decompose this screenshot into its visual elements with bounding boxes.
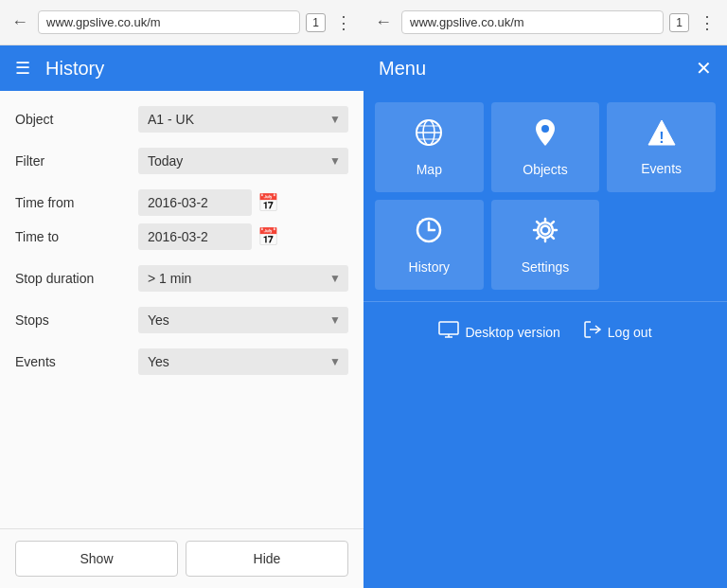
show-button[interactable]: Show [15,541,178,577]
filter-control: Today ▼ [138,148,348,174]
menu-grid: Map Objects ! Events [364,91,727,301]
time-from-control: 📅 [138,189,278,216]
left-panel: ← www.gpslive.co.uk/m 1 ⋮ ☰ History Obje… [0,0,364,588]
tile-settings[interactable]: Settings [491,200,600,290]
tile-map[interactable]: Map [375,102,484,192]
left-app-header: ☰ History [0,45,364,91]
time-from-calendar-icon[interactable]: 📅 [257,192,278,213]
hamburger-icon[interactable]: ☰ [15,58,30,79]
tile-objects[interactable]: Objects [491,102,600,192]
right-url-bar[interactable]: www.gpslive.co.uk/m [401,10,664,34]
desktop-version-link[interactable]: Desktop version [438,321,559,343]
hide-button[interactable]: Hide [186,541,348,577]
left-browser-bar: ← www.gpslive.co.uk/m 1 ⋮ [0,0,364,45]
gear-icon [530,215,560,252]
warning-icon: ! [647,118,677,153]
left-back-button[interactable]: ← [8,9,32,36]
time-to-row: Time to 📅 [15,223,348,250]
menu-title: Menu [379,58,426,80]
events-select[interactable]: Yes [138,348,348,375]
filter-select[interactable]: Today [138,148,348,174]
events-row: Events Yes ▼ [15,348,348,375]
logout-label: Log out [608,325,652,340]
stops-control: Yes ▼ [138,307,348,333]
logout-icon [583,321,602,343]
left-url-bar[interactable]: www.gpslive.co.uk/m [38,10,300,34]
left-menu-dots[interactable]: ⋮ [331,9,356,37]
stops-row: Stops Yes ▼ [15,307,348,333]
object-control: A1 - UK ▼ [138,106,348,133]
globe-icon [414,117,444,154]
right-tab-indicator[interactable]: 1 [669,13,689,32]
left-tab-indicator[interactable]: 1 [306,13,326,32]
tile-history[interactable]: History [375,200,484,290]
svg-text:!: ! [659,130,664,146]
time-to-input[interactable] [138,223,252,250]
tile-settings-label: Settings [522,259,570,275]
desktop-icon [438,321,459,343]
stops-label: Stops [15,312,138,328]
right-browser-bar: ← www.gpslive.co.uk/m 1 ⋮ [364,0,727,45]
time-from-row: Time from 📅 [15,189,348,216]
stop-duration-label: Stop duration [15,271,138,286]
tile-objects-label: Objects [523,162,567,177]
right-back-button[interactable]: ← [371,9,396,36]
stops-select[interactable]: Yes [138,307,348,333]
close-button[interactable]: ✕ [696,57,712,80]
time-to-label: Time to [15,229,138,244]
menu-bottom: Desktop version Log out [364,301,727,588]
time-to-control: 📅 [138,223,278,250]
right-menu-dots[interactable]: ⋮ [695,9,719,37]
stop-duration-row: Stop duration > 1 min ▼ [15,265,348,292]
tile-events-label: Events [641,161,682,176]
right-panel: ← www.gpslive.co.uk/m 1 ⋮ Menu ✕ Map [364,0,727,588]
page-title: History [45,58,104,80]
events-form-label: Events [15,354,138,369]
form-area: Object A1 - UK ▼ Filter Today ▼ Time fro… [0,91,364,528]
object-row: Object A1 - UK ▼ [15,106,348,133]
pin-icon [532,117,559,154]
desktop-version-label: Desktop version [465,325,559,340]
time-to-calendar-icon[interactable]: 📅 [257,226,278,247]
time-from-label: Time from [15,195,138,210]
tile-events[interactable]: ! Events [607,102,716,192]
button-row: Show Hide [0,528,364,588]
tile-history-label: History [409,259,451,275]
time-from-input[interactable] [138,189,252,216]
tile-map-label: Map [417,162,442,177]
logout-link[interactable]: Log out [583,321,652,343]
object-label: Object [15,112,138,127]
stop-duration-select[interactable]: > 1 min [138,265,348,292]
filter-label: Filter [15,153,138,169]
svg-rect-11 [439,322,458,334]
svg-point-5 [541,125,549,133]
stop-duration-control: > 1 min ▼ [138,265,348,292]
svg-point-9 [541,226,549,235]
object-select[interactable]: A1 - UK [138,106,348,133]
events-control: Yes ▼ [138,348,348,375]
filter-row: Filter Today ▼ [15,148,348,174]
menu-header: Menu ✕ [364,45,727,91]
history-icon [414,215,444,252]
